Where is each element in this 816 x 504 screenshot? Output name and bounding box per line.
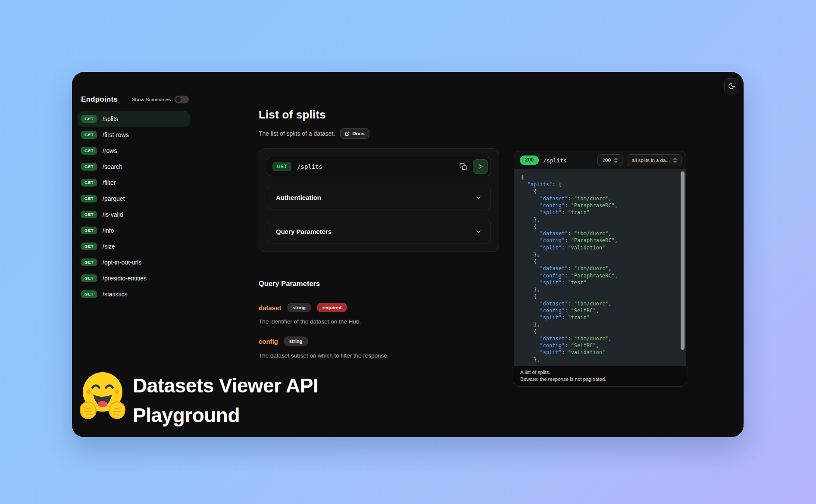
param-name: dataset <box>259 304 281 311</box>
code-line: "dataset": "ibm/duorc", <box>521 265 675 272</box>
endpoint-path: /rows <box>103 147 117 154</box>
response-footer-line2: Beware: the response is not paginated. <box>520 376 680 383</box>
endpoint-path: /search <box>103 163 122 170</box>
param-row-config: configstring <box>259 336 499 346</box>
brand-title-line2: Playground <box>133 401 318 430</box>
code-line: "split": "validation" <box>521 349 675 356</box>
run-request-button[interactable] <box>473 159 488 174</box>
code-line: }, <box>521 216 675 223</box>
response-json-viewer[interactable]: { "splits": [ { "dataset": "ibm/duorc", … <box>514 169 686 366</box>
response-path: /splits <box>543 157 567 164</box>
query-parameters-section: Query Parameters datasetstringrequiredTh… <box>259 280 499 359</box>
chevron-up-down-icon <box>614 158 618 163</box>
param-row-dataset: datasetstringrequired <box>259 303 499 312</box>
method-badge: GET <box>81 227 97 234</box>
sidebar-item-size[interactable]: GET/size <box>78 239 190 254</box>
sidebar-item-search[interactable]: GET/search <box>78 159 190 174</box>
show-summaries-toggle[interactable] <box>175 96 189 103</box>
method-badge: GET <box>81 211 97 218</box>
endpoint-path: /filter <box>103 179 116 186</box>
param-required-badge: required <box>317 303 347 312</box>
sidebar-item-filter[interactable]: GET/filter <box>78 175 190 190</box>
code-line: "split": "train" <box>521 314 675 321</box>
sidebar-item-splits[interactable]: GET/splits <box>78 111 190 127</box>
response-footer-line1: A list of splits. <box>520 369 680 376</box>
method-badge: GET <box>81 243 97 250</box>
query-parameters-heading: Query Parameters <box>259 280 499 288</box>
sidebar-item-opt-in-out-urls[interactable]: GET/opt-in-out-urls <box>78 255 190 270</box>
sidebar-title: Endpoints <box>81 95 118 104</box>
theme-toggle-button[interactable] <box>724 78 739 93</box>
sidebar-item-presidio-entities[interactable]: GET/presidio-entities <box>78 271 190 286</box>
endpoint-path: /parquet <box>103 195 125 202</box>
code-line: "config": "ParaphraseRC", <box>521 202 675 209</box>
sidebar-item-statistics[interactable]: GET/statistics <box>78 286 190 302</box>
code-line: "dataset": "ibm/duorc", <box>521 195 675 202</box>
param-description: The identifier of the dataset on the Hub… <box>259 318 499 325</box>
param-description: The dataset subset on which to filter th… <box>259 352 499 359</box>
authentication-accordion[interactable]: Authentication <box>267 186 491 209</box>
show-summaries-control: Show Summaries <box>132 96 189 103</box>
hugging-face-emoji <box>78 370 127 430</box>
method-badge: GET <box>81 290 97 298</box>
code-line: "config": "ParaphraseRC", <box>521 272 675 279</box>
request-method-badge: GET <box>272 162 291 171</box>
query-parameters-accordion-label: Query Parameters <box>276 228 331 235</box>
param-type-badge: string <box>284 336 308 346</box>
method-badge: GET <box>81 147 97 155</box>
response-panel: 200 /splits 200 all splits in a da... <box>514 151 686 387</box>
code-line: }, <box>521 356 675 363</box>
code-line: { <box>521 188 675 195</box>
endpoint-path: /opt-in-out-urls <box>103 259 141 266</box>
code-line: { <box>521 293 675 300</box>
status-code-select[interactable]: 200 <box>597 154 622 166</box>
status-badge: 200 <box>520 156 539 165</box>
example-select[interactable]: all splits in a da... <box>627 154 682 166</box>
external-link-icon <box>345 131 350 136</box>
authentication-accordion-label: Authentication <box>276 194 321 201</box>
moon-icon <box>728 82 735 90</box>
chevron-up-down-icon <box>673 158 677 163</box>
code-line: { <box>521 223 675 230</box>
query-parameters-accordion[interactable]: Query Parameters <box>267 220 491 243</box>
chevron-down-icon <box>475 228 482 235</box>
code-line: "split": "validation" <box>521 244 675 251</box>
brand: Datasets Viewer API Playground <box>78 370 318 430</box>
sidebar-item-rows[interactable]: GET/rows <box>78 143 190 159</box>
method-badge: GET <box>81 115 97 123</box>
example-select-value: all splits in a da... <box>632 158 670 163</box>
param-type-badge: string <box>287 303 312 312</box>
scrollbar-thumb[interactable] <box>681 171 685 350</box>
response-header: 200 /splits 200 all splits in a da... <box>514 151 686 169</box>
endpoint-path: /splits <box>103 115 118 122</box>
brand-title-line1: Datasets Viewer API <box>133 371 318 401</box>
page-subtitle: The list of splits of a dataset. <box>259 130 335 137</box>
play-icon <box>477 163 484 170</box>
code-line: { <box>521 174 675 181</box>
code-line: { <box>521 258 675 265</box>
code-line: "dataset": "ibm/duorc", <box>521 335 675 342</box>
chevron-down-icon <box>475 194 482 201</box>
status-code-select-value: 200 <box>603 158 611 163</box>
sidebar-item-info[interactable]: GET/info <box>78 223 190 238</box>
endpoint-path: /is-valid <box>103 211 123 218</box>
response-footer: A list of splits. Beware: the response i… <box>514 366 686 386</box>
sidebar-item-is-valid[interactable]: GET/is-valid <box>78 207 190 222</box>
code-line: { <box>521 328 675 335</box>
code-line: "config": "SelfRC", <box>521 307 675 314</box>
endpoint-path: /presidio-entities <box>103 275 147 282</box>
method-badge: GET <box>81 274 97 282</box>
copy-button[interactable] <box>456 160 470 174</box>
scrollbar[interactable] <box>681 171 685 364</box>
method-badge: GET <box>81 195 97 202</box>
endpoint-path: /statistics <box>103 291 128 298</box>
code-line: "config": "ParaphraseRC", <box>521 237 675 244</box>
code-line: "dataset": "ibm/duorc", <box>521 300 675 307</box>
toggle-knob <box>175 96 181 103</box>
code-line: "split": "train" <box>521 209 675 216</box>
divider <box>259 294 499 294</box>
sidebar-item-parquet[interactable]: GET/parquet <box>78 191 190 206</box>
endpoint-path: /info <box>103 227 114 234</box>
docs-button[interactable]: Docs <box>340 128 369 139</box>
sidebar-item-first-rows[interactable]: GET/first-rows <box>78 127 190 143</box>
